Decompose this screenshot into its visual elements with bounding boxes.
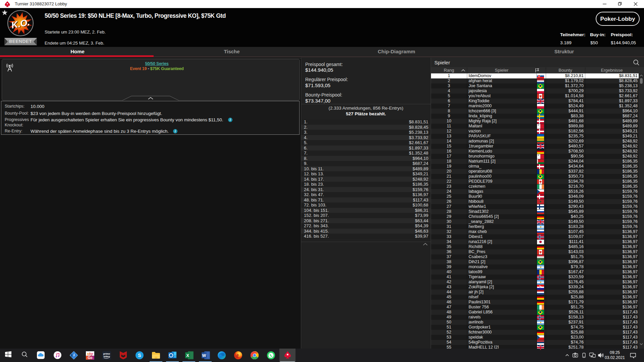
svg-text:sky: sky [87,352,93,356]
svg-text:W: W [202,353,206,358]
svg-text:Go: Go [88,356,93,360]
svg-text:S: S [138,353,141,358]
svg-text:X: X [186,353,189,358]
